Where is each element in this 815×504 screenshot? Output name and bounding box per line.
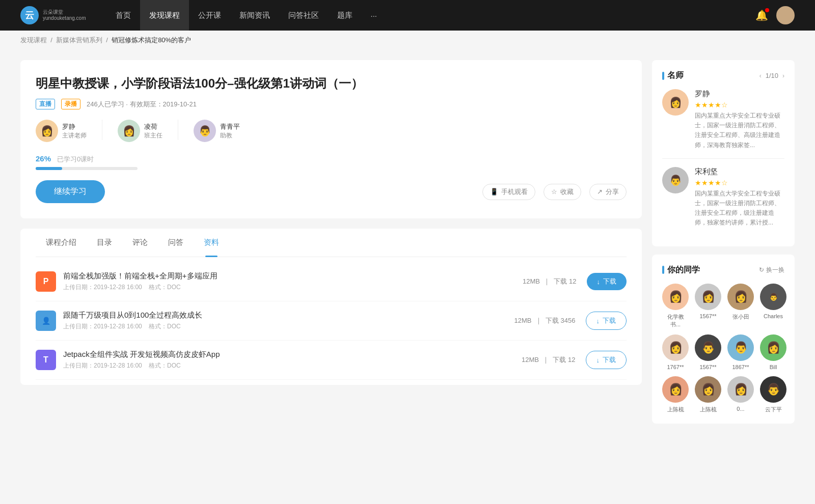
main-layout: 明星中教授课，小学阶段语法100分–强化级第1讲动词（一） 直播 录播 246人… <box>0 50 815 442</box>
notification-dot <box>765 8 769 12</box>
action-buttons: 📱 手机观看 ☆ 收藏 ↗ 分享 <box>482 184 627 200</box>
phone-view-button[interactable]: 📱 手机观看 <box>482 184 535 200</box>
favorite-label: 收藏 <box>560 187 574 197</box>
refresh-classmates-button[interactable]: ↻ 换一换 <box>759 266 784 274</box>
action-row: 继续学习 📱 手机观看 ☆ 收藏 ↗ 分享 <box>36 180 627 203</box>
classmate-6[interactable]: 👨 1867** <box>727 334 754 370</box>
teacher-0: 👩 罗静 主讲老师 <box>36 120 87 142</box>
course-meta: 直播 录播 246人已学习 · 有效期至：2019-10-21 <box>36 99 627 109</box>
classmate-11-name: 云下平 <box>765 406 782 413</box>
classmate-7[interactable]: 👩 Bill <box>760 334 786 370</box>
badge-record: 录播 <box>61 99 80 109</box>
file-icon-0: P <box>36 271 56 292</box>
download-button-2[interactable]: ↓ 下载 <box>586 351 627 369</box>
progress-section: 26% 已学习0课时 <box>36 154 627 170</box>
classmate-5-avatar: 👨 <box>695 334 721 361</box>
classmate-2-avatar: 👩 <box>727 284 754 310</box>
share-icon: ↗ <box>597 188 603 195</box>
nav-discover[interactable]: 发现课程 <box>140 0 189 31</box>
teacher-divider-1 <box>102 120 102 140</box>
teachers-pagination: ‹ 1/10 › <box>759 72 784 79</box>
classmate-6-name: 1867** <box>732 364 749 370</box>
phone-label: 手机观看 <box>501 187 528 197</box>
classmate-3-avatar: 👨 <box>760 284 786 310</box>
file-downloads-2: 下载 12 <box>553 356 575 363</box>
classmate-4-avatar: 👩 <box>662 334 689 361</box>
tab-comments[interactable]: 评论 <box>122 229 158 257</box>
breadcrumb-current: 销冠修炼术搞定80%的客户 <box>112 36 191 44</box>
favorite-button[interactable]: ☆ 收藏 <box>544 184 581 200</box>
teacher-2-name: 青青平 <box>220 122 240 131</box>
teacher-1-role: 班主任 <box>144 131 162 140</box>
notification-bell[interactable]: 🔔 <box>755 9 768 21</box>
nav-home[interactable]: 首页 <box>106 0 140 31</box>
classmate-8-avatar: 👩 <box>662 376 689 403</box>
progress-bar-bg <box>36 167 138 170</box>
breadcrumb-series[interactable]: 新媒体营销系列 <box>56 36 102 44</box>
logo-subtitle: yundouketang.com <box>43 15 86 21</box>
teacher-2: 👨 青青平 助教 <box>194 120 240 142</box>
star-icon: ☆ <box>551 188 557 195</box>
user-avatar[interactable] <box>776 6 795 24</box>
classmate-1-name: 1567** <box>699 313 716 319</box>
classmate-3[interactable]: 👨 Charles <box>760 284 786 328</box>
classmate-5[interactable]: 👨 1567** <box>695 334 721 370</box>
tab-intro[interactable]: 课程介绍 <box>36 229 87 257</box>
page-next[interactable]: › <box>782 72 784 79</box>
file-item-0: P 前端全栈加强版！前端全栈+全周期+多端应用 上传日期：2019-12-28 … <box>36 262 627 301</box>
page-prev[interactable]: ‹ <box>759 72 762 79</box>
progress-bar-fill <box>36 167 62 170</box>
download-button-1[interactable]: ↓ 下载 <box>586 312 627 330</box>
classmates-card: 你的同学 ↻ 换一换 👩 化学教书... 👩 1567** <box>652 255 795 424</box>
classmate-3-name: Charles <box>764 313 783 319</box>
teacher-2-avatar: 👨 <box>194 120 216 142</box>
classmate-10-avatar: 👩 <box>727 376 754 403</box>
content-area: 明星中教授课，小学阶段语法100分–强化级第1讲动词（一） 直播 录播 246人… <box>20 60 642 432</box>
classmate-2-name: 张小田 <box>732 313 749 321</box>
nav-news[interactable]: 新闻资讯 <box>230 0 279 31</box>
file-stats-2: 12MB ｜ 下载 12 <box>522 355 576 365</box>
share-button[interactable]: ↗ 分享 <box>589 184 627 200</box>
continue-button[interactable]: 继续学习 <box>36 180 105 203</box>
nav-qa[interactable]: 问答社区 <box>279 0 328 31</box>
file-downloads-0: 下载 12 <box>554 277 576 285</box>
teacher-1-name: 凌荷 <box>144 122 162 131</box>
file-meta-0: 上传日期：2019-12-28 16:00 格式：DOC <box>63 283 523 292</box>
teacher-0-role: 主讲老师 <box>62 131 87 140</box>
nav-quiz[interactable]: 题库 <box>328 0 362 31</box>
classmate-8[interactable]: 👩 上陈梳 <box>662 376 689 413</box>
logo-title: 云朵课堂 <box>43 9 86 15</box>
download-icon-0: ↓ <box>597 278 601 286</box>
download-button-0[interactable]: ↓ 下载 <box>587 273 627 290</box>
file-downloads-1: 下载 3456 <box>546 317 576 324</box>
tab-toc[interactable]: 目录 <box>87 229 122 257</box>
file-name-1: 跟随千万级项目从0到100全过程高效成长 <box>63 311 514 320</box>
teacher-divider-2 <box>178 120 178 140</box>
classmate-10-name: 0... <box>737 406 744 412</box>
sidebar-teacher-0-desc: 国内某重点大学安全工程专业硕士，国家一级注册消防工程师、注册安全工程师、高级注册… <box>695 111 784 150</box>
sidebar-teacher-1-name: 宋利坚 <box>695 167 784 177</box>
tab-materials[interactable]: 资料 <box>194 229 229 257</box>
file-name-2: Jetpack全组件实战 开发短视频高仿皮皮虾App <box>63 350 522 359</box>
teacher-1-avatar: 👩 <box>118 120 140 142</box>
breadcrumb-discover[interactable]: 发现课程 <box>20 36 47 44</box>
logo[interactable]: 云 云朵课堂 yundouketang.com <box>20 6 86 24</box>
nav-open[interactable]: 公开课 <box>189 0 230 31</box>
course-stats: 246人已学习 · 有效期至：2019-10-21 <box>87 100 197 109</box>
teachers-card: 名师 ‹ 1/10 › 👩 罗静 ★★★★☆ 国内某重点大学安全工程专业硕士，国… <box>652 60 795 246</box>
classmate-4[interactable]: 👩 1767** <box>662 334 689 370</box>
classmate-0[interactable]: 👩 化学教书... <box>662 284 689 328</box>
classmate-1[interactable]: 👩 1567** <box>695 284 721 328</box>
sidebar-teacher-0-name: 罗静 <box>695 89 784 99</box>
file-meta-1: 上传日期：2019-12-28 16:00 格式：DOC <box>63 322 514 331</box>
classmate-2[interactable]: 👩 张小田 <box>727 284 754 328</box>
nav-more[interactable]: ··· <box>362 0 387 31</box>
file-date-1: 上传日期：2019-12-28 16:00 <box>63 323 142 330</box>
tab-qa[interactable]: 问答 <box>158 229 194 257</box>
svg-point-0 <box>783 11 787 15</box>
file-item-1: 👤 跟随千万级项目从0到100全过程高效成长 上传日期：2019-12-28 1… <box>36 301 627 341</box>
classmate-10[interactable]: 👩 0... <box>727 376 754 413</box>
classmate-9[interactable]: 👩 上陈梳 <box>695 376 721 413</box>
teacher-0-name: 罗静 <box>62 122 87 131</box>
classmate-11[interactable]: 👨 云下平 <box>760 376 786 413</box>
